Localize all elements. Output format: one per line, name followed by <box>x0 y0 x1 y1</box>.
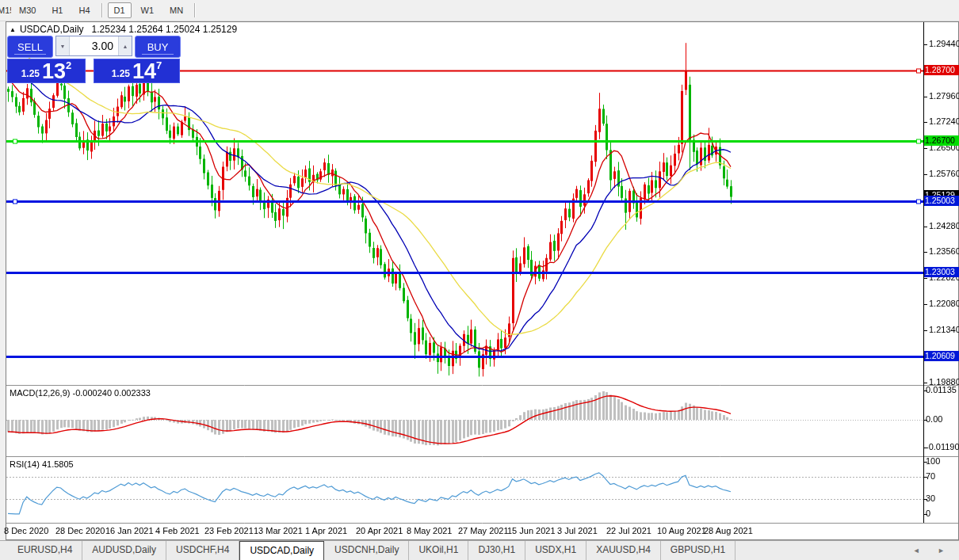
support-line-badge: 1.26700 <box>924 135 959 146</box>
sell-price-figure: 1.25 <box>21 68 40 79</box>
timeframe-button-h1[interactable]: H1 <box>45 2 69 18</box>
chart-tab-dj30[interactable]: DJ30,H1 <box>468 541 525 560</box>
time-axis-label: 8 May 2021 <box>407 526 452 535</box>
mt4-window: M15M30H1H4D1W1MN ▲USDCAD,Daily1.25234 1.… <box>0 0 959 560</box>
time-axis-label: 15 Jun 2021 <box>507 526 556 535</box>
sell-button[interactable]: SELL <box>7 36 53 58</box>
chart-tab-gbpusd[interactable]: GBPUSD,H1 <box>661 541 735 560</box>
price-chart-canvas[interactable] <box>0 21 959 540</box>
toolbar-divider <box>194 3 196 17</box>
price-axis-tick: 1.23560 <box>929 246 959 256</box>
volume-input[interactable]: 3.00 <box>70 36 118 55</box>
timeframe-button-d1[interactable]: D1 <box>108 2 132 18</box>
volume-decrease-button[interactable]: ▼ <box>56 36 70 55</box>
price-axis-tick: 1.25760 <box>929 169 959 178</box>
timeframe-button-w1[interactable]: W1 <box>135 2 161 18</box>
price-axis-tick: 1.22080 <box>929 299 959 308</box>
chart-tab-eurusd[interactable]: EURUSD,H4 <box>8 541 82 560</box>
time-axis-label: 3 Jul 2021 <box>557 526 598 535</box>
tabbar-scroll-arrows[interactable]: ◄ ► <box>913 547 953 554</box>
chart-tab-usdchf[interactable]: USDCHF,H4 <box>166 541 239 560</box>
price-axis-tick: 1.21340 <box>929 325 959 334</box>
sell-price-point: 2 <box>66 59 71 71</box>
price-axis-tick: 1.27960 <box>929 91 959 101</box>
time-axis-label: 1 Apr 2021 <box>305 526 347 535</box>
time-axis-label: 16 Jan 2021 <box>105 526 154 535</box>
chart-title-symbol: USDCAD,Daily <box>20 24 84 35</box>
chart-tab-xauusd[interactable]: XAUUSD,H4 <box>586 541 661 560</box>
tabbar-spacer <box>0 541 8 560</box>
chart-tab-audusd[interactable]: AUDUSD,Daily <box>82 541 166 560</box>
rsi-axis-tick: 70 <box>926 471 935 481</box>
price-axis-tick: 1.29440 <box>929 39 959 48</box>
chart-tab-usdcad[interactable]: USDCAD,Daily <box>239 541 324 560</box>
sell-price-pips: 13 <box>42 62 66 81</box>
price-axis-tick: 1.27240 <box>929 116 959 126</box>
sell-price-display[interactable]: 1.25132 <box>7 59 86 83</box>
collapse-triangle-icon[interactable]: ▲ <box>10 26 16 33</box>
timeframe-button-m15[interactable]: M15 <box>0 2 11 18</box>
time-axis-label: 10 Aug 2021 <box>657 526 706 535</box>
timeframe-toolbar: M15M30H1H4D1W1MN <box>0 0 959 21</box>
chart-title: ▲USDCAD,Daily1.25234 1.25264 1.25024 1.2… <box>10 24 237 35</box>
timeframe-button-clipped[interactable]: M15 <box>0 2 11 18</box>
one-click-trading-panel: SELL ▼ 3.00 ▲ BUY 1.25132 1.25147 <box>7 36 181 83</box>
time-axis-label: 28 Aug 2021 <box>704 526 753 535</box>
timeframe-button-mn[interactable]: MN <box>163 2 189 18</box>
volume-increase-button[interactable]: ▲ <box>118 36 132 55</box>
timeframe-button-m30[interactable]: M30 <box>13 2 42 18</box>
time-axis-label: 13 Mar 2021 <box>254 526 303 535</box>
buy-price-point: 7 <box>156 59 162 71</box>
volume-spinner: ▼ 3.00 ▲ <box>55 36 132 56</box>
buy-button-label: BUY <box>147 41 169 53</box>
price-axis-tick: 1.24280 <box>929 221 959 230</box>
chart-title-ohlc: 1.25234 1.25264 1.25024 1.25129 <box>92 24 238 35</box>
chart-tab-ukoil[interactable]: UKOil,H1 <box>409 541 468 560</box>
macd-axis-tick: 0.01135 <box>926 385 957 394</box>
rsi-axis-tick: 0 <box>926 509 930 518</box>
timeframe-button-h4[interactable]: H4 <box>72 2 96 18</box>
chart-tab-usdx[interactable]: USDX,H1 <box>525 541 586 560</box>
sell-button-label: SELL <box>17 41 43 53</box>
time-axis-label: 27 May 2021 <box>458 526 509 535</box>
time-axis-label: 8 Dec 2020 <box>4 526 48 535</box>
level-line-badge: 1.20609 <box>924 351 959 361</box>
macd-axis-tick: 0.00 <box>926 414 942 424</box>
level-line-badge: 1.25003 <box>924 196 959 206</box>
rsi-label: RSI(14) 41.5805 <box>10 459 74 469</box>
buy-price-display[interactable]: 1.25147 <box>94 59 180 83</box>
time-axis-label: 4 Feb 2021 <box>155 526 200 535</box>
macd-label: MACD(12,26,9) -0.000240 0.002333 <box>10 388 151 398</box>
level-line-badge: 1.23003 <box>924 267 959 277</box>
time-axis-label: 22 Jul 2021 <box>606 526 651 535</box>
time-axis-label: 28 Dec 2020 <box>55 526 105 535</box>
rsi-axis-tick: 30 <box>926 493 935 503</box>
time-axis-label: 23 Feb 2021 <box>204 526 254 535</box>
buy-price-figure: 1.25 <box>112 68 130 79</box>
buy-price-pips: 14 <box>132 62 156 81</box>
buy-button[interactable]: BUY <box>135 36 181 58</box>
chart-tabbar: EURUSD,H4AUDUSD,DailyUSDCHF,H4USDCAD,Dai… <box>0 540 959 560</box>
rsi-axis-tick: 100 <box>926 456 940 466</box>
toolbar-divider <box>101 3 103 17</box>
time-axis-label: 20 Apr 2021 <box>356 526 403 535</box>
resistance-line-badge: 1.28700 <box>924 65 959 75</box>
chart-tab-usdcnh[interactable]: USDCNH,Daily <box>325 541 409 560</box>
macd-axis-tick: -0.01190 <box>926 442 959 451</box>
